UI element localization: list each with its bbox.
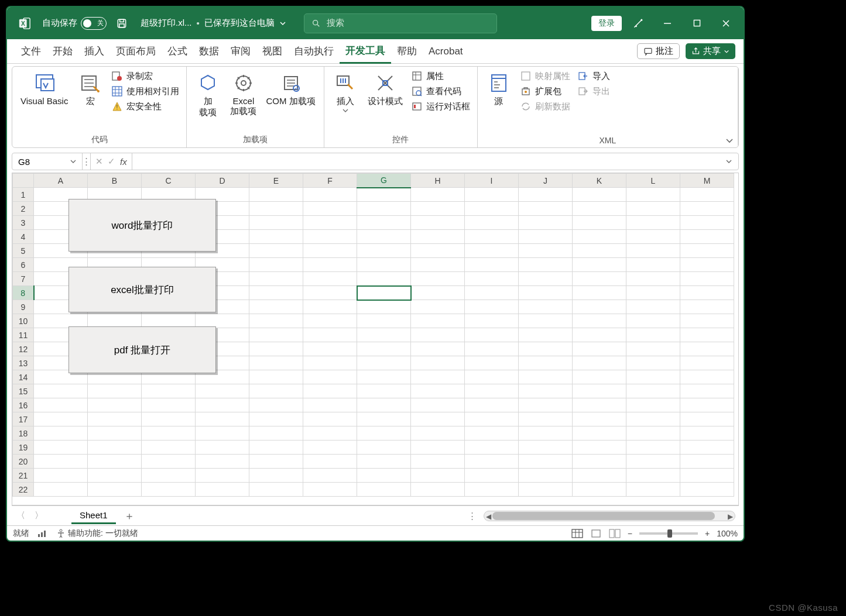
cell-D22[interactable] (196, 483, 249, 497)
cell-L14[interactable] (626, 370, 680, 384)
cell-K19[interactable] (573, 441, 626, 455)
row-header-15[interactable]: 15 (13, 384, 34, 398)
cell-F21[interactable] (303, 469, 357, 483)
cell-I7[interactable] (465, 272, 519, 286)
accessibility-status[interactable]: 辅助功能: 一切就绪 (56, 528, 138, 539)
tab-9[interactable]: 开发工具 (340, 39, 391, 64)
row-header-7[interactable]: 7 (13, 272, 34, 286)
cell-A21[interactable] (34, 469, 88, 483)
cell-K5[interactable] (573, 244, 626, 258)
cell-E20[interactable] (249, 455, 303, 469)
cell-E15[interactable] (249, 384, 303, 398)
cell-M16[interactable] (680, 398, 734, 412)
cell-M15[interactable] (680, 384, 734, 398)
cell-M14[interactable] (680, 370, 734, 384)
cell-G20[interactable] (357, 455, 411, 469)
page-break-view-icon[interactable] (609, 529, 621, 538)
cell-G11[interactable] (357, 328, 411, 342)
cell-I6[interactable] (465, 258, 519, 272)
cell-I14[interactable] (465, 370, 519, 384)
cell-B15[interactable] (88, 384, 142, 398)
row-header-11[interactable]: 11 (13, 328, 34, 342)
search-input[interactable]: 搜索 (304, 13, 497, 33)
cell-E8[interactable] (249, 286, 303, 300)
cell-H20[interactable] (411, 455, 465, 469)
macros-button[interactable]: 宏 (74, 69, 107, 109)
cell-D16[interactable] (196, 398, 249, 412)
close-button[interactable] (713, 12, 739, 35)
cell-G19[interactable] (357, 441, 411, 455)
cell-A16[interactable] (34, 398, 88, 412)
cell-J14[interactable] (519, 370, 573, 384)
cell-G18[interactable] (357, 426, 411, 441)
insert-control-button[interactable]: 插入 (329, 69, 362, 115)
cell-A17[interactable] (34, 412, 88, 426)
cell-A15[interactable] (34, 384, 88, 398)
cell-G14[interactable] (357, 370, 411, 384)
view-code-button[interactable]: 查看代码 (411, 85, 470, 97)
cell-L21[interactable] (626, 469, 680, 483)
cell-H19[interactable] (411, 441, 465, 455)
cell-H16[interactable] (411, 398, 465, 412)
cell-M12[interactable] (680, 342, 734, 356)
row-header-3[interactable]: 3 (13, 216, 34, 230)
cell-C15[interactable] (142, 384, 196, 398)
cell-F10[interactable] (303, 314, 357, 328)
row-header-16[interactable]: 16 (13, 398, 34, 412)
cell-C17[interactable] (142, 412, 196, 426)
cell-C20[interactable] (142, 455, 196, 469)
cell-L2[interactable] (626, 202, 680, 216)
cell-M7[interactable] (680, 272, 734, 286)
cell-L9[interactable] (626, 300, 680, 314)
share-button[interactable]: 共享 (686, 43, 735, 59)
tab-5[interactable]: 数据 (193, 40, 225, 63)
cell-H8[interactable] (411, 286, 465, 300)
tab-8[interactable]: 自动执行 (288, 40, 340, 63)
cell-G21[interactable] (357, 469, 411, 483)
cell-H5[interactable] (411, 244, 465, 258)
cell-I17[interactable] (465, 412, 519, 426)
cell-K7[interactable] (573, 272, 626, 286)
cell-L13[interactable] (626, 356, 680, 370)
cell-E11[interactable] (249, 328, 303, 342)
cell-H22[interactable] (411, 483, 465, 497)
cell-L4[interactable] (626, 230, 680, 244)
cell-C22[interactable] (142, 483, 196, 497)
cell-I9[interactable] (465, 300, 519, 314)
spreadsheet-grid[interactable]: ABCDEFGHIJKLM123456789101112131415161718… (12, 173, 739, 505)
cell-L10[interactable] (626, 314, 680, 328)
tab-6[interactable]: 审阅 (225, 40, 256, 63)
cell-J22[interactable] (519, 483, 573, 497)
cell-I3[interactable] (465, 216, 519, 230)
tab-2[interactable]: 插入 (78, 40, 110, 63)
cell-K8[interactable] (573, 286, 626, 300)
cell-F17[interactable] (303, 412, 357, 426)
tab-0[interactable]: 文件 (15, 40, 47, 63)
cell-C19[interactable] (142, 441, 196, 455)
cell-J1[interactable] (519, 188, 573, 202)
cell-J10[interactable] (519, 314, 573, 328)
use-relative-refs-button[interactable]: 使用相对引用 (111, 85, 179, 97)
cell-F19[interactable] (303, 441, 357, 455)
visual-basic-button[interactable]: Visual Basic (17, 69, 71, 108)
row-header-22[interactable]: 22 (13, 483, 34, 497)
cell-A20[interactable] (34, 455, 88, 469)
cell-K2[interactable] (573, 202, 626, 216)
normal-view-icon[interactable] (571, 529, 583, 538)
sheet-tab-active[interactable]: Sheet1 (71, 508, 116, 524)
cell-J15[interactable] (519, 384, 573, 398)
cell-B17[interactable] (88, 412, 142, 426)
cell-K16[interactable] (573, 398, 626, 412)
cell-J13[interactable] (519, 356, 573, 370)
cell-F6[interactable] (303, 258, 357, 272)
cell-H1[interactable] (411, 188, 465, 202)
cell-F1[interactable] (303, 188, 357, 202)
cell-C21[interactable] (142, 469, 196, 483)
row-header-19[interactable]: 19 (13, 441, 34, 455)
cell-E7[interactable] (249, 272, 303, 286)
cell-F18[interactable] (303, 426, 357, 441)
cell-L20[interactable] (626, 455, 680, 469)
cell-B10[interactable] (88, 314, 142, 328)
cell-M11[interactable] (680, 328, 734, 342)
cell-I11[interactable] (465, 328, 519, 342)
